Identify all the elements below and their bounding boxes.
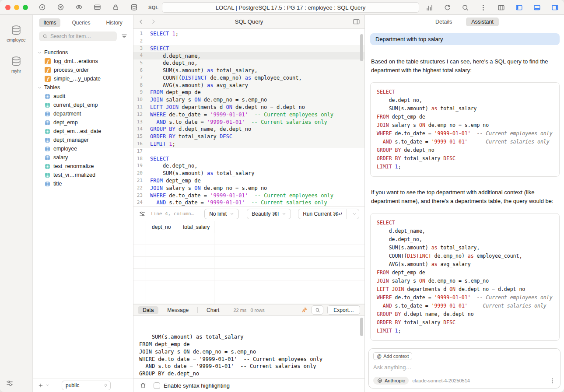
forward-button[interactable] <box>150 18 157 25</box>
sidebar-item-dept-manager[interactable]: dept_manager <box>33 136 133 144</box>
editor-line[interactable]: 7 COUNT(DISTINCT de.emp_no) as employee_… <box>133 74 364 82</box>
sidebar-item-audit[interactable]: audit <box>33 92 133 101</box>
column-header-dept-no[interactable]: dept_no <box>146 221 177 233</box>
composer-more-icon[interactable] <box>549 378 556 384</box>
refresh-icon[interactable] <box>444 4 451 11</box>
minimize-window-button[interactable] <box>14 5 19 10</box>
eye-icon[interactable] <box>75 4 83 11</box>
editor-line[interactable]: 8 AVG(s.amount) as avg_salary <box>133 82 364 89</box>
tab-assistant[interactable]: Assistant <box>466 18 499 26</box>
sidebar-item-dept-em-est-date[interactable]: dept_em…est_date <box>33 127 133 136</box>
editor-line[interactable]: 24 AND s.to_date = '9999-01-01' -- Curre… <box>133 199 364 206</box>
editor-line[interactable]: 5 de.dept_no, <box>133 60 364 67</box>
editor-line[interactable]: 3SELECT <box>133 45 364 52</box>
table-rows-icon[interactable] <box>94 4 101 11</box>
disconnect-icon[interactable] <box>57 4 64 11</box>
sidebar-item-simple-y-update[interactable]: ƒsimple_…y_update <box>33 74 133 83</box>
editor-line[interactable]: 13 AND s.to_date = '9999-01-01' -- Curre… <box>133 119 364 126</box>
connection-employee[interactable]: employee <box>0 24 32 42</box>
tab-items[interactable]: Items <box>39 18 60 27</box>
search-icon[interactable] <box>462 4 469 11</box>
chat-input[interactable] <box>373 364 556 371</box>
tab-message[interactable]: Message <box>162 306 193 314</box>
search-results-button[interactable] <box>312 305 323 315</box>
connection-myhr[interactable]: myhr <box>0 56 32 74</box>
run-options-button[interactable] <box>350 209 359 219</box>
close-window-button[interactable] <box>5 5 11 10</box>
trash-icon[interactable] <box>140 382 147 389</box>
target-icon[interactable] <box>39 4 46 11</box>
pin-icon[interactable] <box>301 307 308 313</box>
export-button[interactable]: Export… <box>327 305 360 315</box>
editor-line[interactable]: 21FROM dept_emp de <box>133 177 364 185</box>
sql-editor[interactable]: 1SELECT 1;23SELECT4 d.dept_name,5 de.dep… <box>133 29 364 206</box>
search-input[interactable] <box>50 33 113 39</box>
editor-line[interactable]: 9FROM dept_emp de <box>133 89 364 96</box>
tab-details[interactable]: Details <box>430 18 457 26</box>
editor-line[interactable]: 1SELECT 1; <box>133 30 364 38</box>
editor-line[interactable]: 16LIMIT 1; <box>133 140 364 148</box>
editor-line[interactable]: 4 d.dept_name, <box>133 52 364 60</box>
editor-settings-icon[interactable] <box>139 210 146 217</box>
chat-composer[interactable]: @ Add context Anthropic claude-sonnet-4-… <box>368 348 560 388</box>
table-row[interactable] <box>133 269 364 280</box>
lock-icon[interactable] <box>112 4 119 11</box>
schema-select[interactable]: public <box>62 381 111 390</box>
sidebar-item-salary[interactable]: salary <box>33 153 133 162</box>
sidebar-item-test-vi-rmalized[interactable]: test_vi…rmalized <box>33 171 133 179</box>
editor-line[interactable]: 12WHERE de.to_date = '9999-01-01' -- Cur… <box>133 111 364 119</box>
toggle-right-panel-icon[interactable] <box>551 4 559 11</box>
message-scrollbar[interactable] <box>360 318 363 336</box>
tree-section-functions[interactable]: Functions <box>33 48 133 57</box>
database-icon[interactable] <box>130 4 138 11</box>
table-row[interactable] <box>133 292 364 304</box>
editor-line[interactable]: 11LEFT JOIN departments d ON de.dept_no … <box>133 104 364 111</box>
sidebar-item-title[interactable]: title <box>33 179 133 188</box>
filter-icon[interactable] <box>121 33 128 40</box>
editor-line[interactable]: 23WHERE de.to_date = '9999-01-01' -- Cur… <box>133 192 364 200</box>
sidebar-item-test-renormalize[interactable]: test_renormalize <box>33 162 133 171</box>
editor-line[interactable]: 6 SUM(s.amount) as total_salary, <box>133 67 364 74</box>
provider-pill[interactable]: Anthropic <box>373 377 409 385</box>
editor-scrollbar[interactable] <box>360 34 363 61</box>
editor-line[interactable]: 22JOIN salary s ON de.emp_no = s.emp_no <box>133 185 364 192</box>
add-item-button[interactable] <box>38 383 49 388</box>
sidebar-item-process-order[interactable]: ƒprocess_order <box>33 66 133 74</box>
more-icon[interactable] <box>480 4 487 11</box>
editor-line[interactable]: 10JOIN salary s ON de.emp_no = s.emp_no <box>133 96 364 104</box>
run-current-button[interactable]: Run Current ⌘↵ <box>298 209 359 219</box>
tab-data[interactable]: Data <box>138 306 158 314</box>
toggle-bottom-panel-icon[interactable] <box>533 4 541 11</box>
tab-history[interactable]: History <box>102 18 127 27</box>
message-panel[interactable]: SUM(s.amount) as total_salaryFROM dept_e… <box>133 316 364 378</box>
checkbox[interactable] <box>154 382 160 389</box>
editor-line[interactable]: 20 SUM(s.amount) as total_salary <box>133 170 364 177</box>
column-header-total-salary[interactable]: total_salary <box>177 221 214 233</box>
settings-icon[interactable] <box>6 379 14 387</box>
chart-icon[interactable] <box>426 4 433 11</box>
beautify-button[interactable]: Beautify ⌘I <box>247 209 291 219</box>
editor-line[interactable]: 18SELECT <box>133 155 364 163</box>
tab-chart[interactable]: Chart <box>202 306 224 314</box>
back-button[interactable] <box>138 18 144 25</box>
toggle-left-panel-icon[interactable] <box>515 4 523 11</box>
sidebar-item-log-dml-erations[interactable]: ƒlog_dml…erations <box>33 57 133 66</box>
table-row[interactable] <box>133 257 364 269</box>
sidebar-item-department[interactable]: department <box>33 109 133 118</box>
search-box[interactable] <box>39 32 117 41</box>
table-row[interactable] <box>133 233 364 245</box>
editor-line[interactable]: 15ORDER BY total_salary DESC <box>133 133 364 140</box>
tree-section-tables[interactable]: Tables <box>33 83 133 92</box>
sidebar-item-dept-emp[interactable]: dept_emp <box>33 118 133 127</box>
table-row[interactable] <box>133 245 364 257</box>
syntax-highlight-toggle[interactable]: Enable syntax highlighting <box>154 382 230 389</box>
sidebar-item-employee[interactable]: employee <box>33 144 133 153</box>
limit-dropdown[interactable]: No limit <box>204 209 239 219</box>
add-context-chip[interactable]: @ Add context <box>373 352 412 360</box>
tab-queries[interactable]: Queries <box>67 18 95 27</box>
editor-line[interactable]: 19 de.dept_no, <box>133 162 364 170</box>
editor-line[interactable]: 17 <box>133 148 364 155</box>
connection-title[interactable]: LOCAL | PostgreSQL 17.5 : PG 17 : employ… <box>162 2 419 13</box>
editor-line[interactable]: 2 <box>133 38 364 45</box>
sidebar-item-current-dept-emp[interactable]: current_dept_emp <box>33 101 133 109</box>
